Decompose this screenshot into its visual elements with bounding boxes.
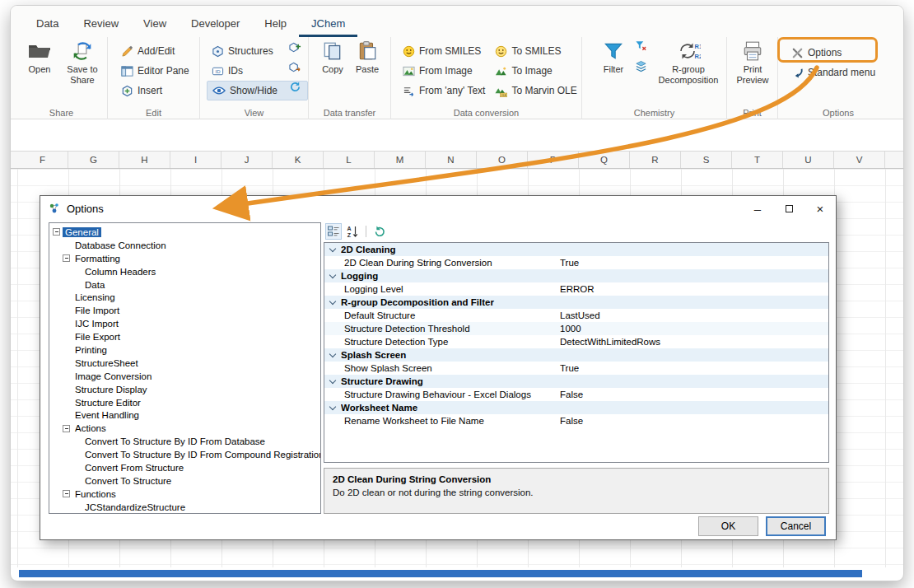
maximize-button[interactable] bbox=[773, 196, 804, 221]
column-header-O[interactable]: O bbox=[477, 152, 528, 168]
column-header-J[interactable]: J bbox=[222, 152, 273, 168]
add-structure-icon[interactable] bbox=[289, 41, 301, 54]
property-value[interactable]: LastUsed bbox=[560, 310, 600, 320]
column-header-F[interactable]: F bbox=[17, 152, 68, 168]
menu-tab-data[interactable]: Data bbox=[24, 10, 71, 37]
column-header-U[interactable]: U bbox=[783, 152, 834, 168]
from-any-text-button[interactable]: From 'any' Text bbox=[398, 81, 490, 100]
reset-button[interactable] bbox=[371, 223, 388, 240]
to-marvin-ole-button[interactable]: OLE To Marvin OLE bbox=[490, 81, 581, 100]
tree-item-convert-to-structure-by-id-from-compound-registration[interactable]: Convert To Structure By ID From Compound… bbox=[49, 448, 320, 461]
options-button[interactable]: Options bbox=[786, 43, 898, 63]
collapse-minus-icon[interactable] bbox=[63, 254, 70, 262]
column-header-P[interactable]: P bbox=[528, 152, 579, 168]
column-header-T[interactable]: T bbox=[732, 152, 783, 168]
property-row-logging-level[interactable]: Logging LevelERROR bbox=[324, 282, 828, 296]
collapse-minus-icon[interactable] bbox=[63, 425, 70, 432]
property-row-2d-clean-during-string-conversion[interactable]: 2D Clean During String ConversionTrue bbox=[324, 256, 828, 269]
column-header-G[interactable]: G bbox=[68, 152, 119, 168]
menu-tab-review[interactable]: Review bbox=[71, 10, 131, 37]
property-row-show-splash-screen[interactable]: Show Splash ScreenTrue bbox=[324, 362, 828, 375]
column-header-V[interactable]: V bbox=[834, 152, 885, 168]
tree-item-printing[interactable]: Printing bbox=[49, 343, 320, 357]
property-category-2d-cleaning[interactable]: 2D Cleaning bbox=[324, 243, 828, 256]
property-value[interactable]: True bbox=[560, 258, 579, 268]
column-header-M[interactable]: M bbox=[375, 152, 426, 168]
tree-item-convert-from-structure[interactable]: Convert From Structure bbox=[49, 461, 320, 474]
property-value[interactable]: True bbox=[560, 363, 579, 373]
close-button[interactable]: × bbox=[804, 196, 836, 221]
tree-item-database-connection[interactable]: Database Connection bbox=[49, 239, 320, 252]
property-category-structure-drawing[interactable]: Structure Drawing bbox=[324, 375, 828, 388]
tree-item-licensing[interactable]: Licensing bbox=[49, 291, 320, 304]
column-header-L[interactable]: L bbox=[324, 152, 375, 168]
copy-button[interactable]: Copy bbox=[317, 37, 348, 105]
minimize-button[interactable]: – bbox=[742, 196, 773, 221]
rgroup-decomposition-button[interactable]: R1 R2 R-group Decomposition bbox=[655, 37, 722, 105]
tree-item-file-export[interactable]: File Export bbox=[49, 330, 320, 343]
insert-button[interactable]: Insert bbox=[116, 81, 199, 100]
from-image-button[interactable]: From Image bbox=[398, 61, 490, 81]
collapse-minus-icon[interactable] bbox=[53, 228, 60, 236]
column-header-I[interactable]: I bbox=[170, 152, 222, 168]
column-header-K[interactable]: K bbox=[273, 152, 324, 168]
tree-item-convert-to-structure[interactable]: Convert To Structure bbox=[49, 474, 320, 488]
filter-button[interactable]: Filter bbox=[595, 37, 632, 105]
convert-structure-icon[interactable] bbox=[289, 61, 301, 73]
standard-menu-button[interactable]: Standard menu bbox=[786, 63, 898, 82]
property-value[interactable]: False bbox=[560, 416, 583, 426]
tree-item-functions[interactable]: Functions bbox=[49, 488, 320, 501]
property-category-worksheet-name[interactable]: Worksheet Name bbox=[324, 401, 828, 414]
save-to-share-button[interactable]: Save to Share bbox=[60, 37, 105, 105]
print-preview-button[interactable]: Print Preview bbox=[733, 37, 772, 105]
property-category-r-group-decomposition-and-filter[interactable]: R-group Decomposition and Filter bbox=[324, 296, 828, 309]
tree-item-formatting[interactable]: Formatting bbox=[49, 252, 320, 265]
open-button[interactable]: Open bbox=[21, 37, 58, 105]
property-category-splash-screen[interactable]: Splash Screen bbox=[324, 348, 828, 362]
column-header-H[interactable]: H bbox=[119, 152, 170, 168]
dialog-title-bar[interactable]: Options – × bbox=[40, 196, 836, 221]
tree-item-file-import[interactable]: File Import bbox=[49, 304, 320, 317]
add-edit-button[interactable]: Add/Edit bbox=[116, 41, 199, 61]
from-smiles-button[interactable]: From SMILES bbox=[398, 41, 490, 61]
property-value[interactable]: DetectWithLimitedRows bbox=[560, 337, 660, 347]
tree-item-structure-display[interactable]: Structure Display bbox=[49, 383, 320, 396]
column-header-N[interactable]: N bbox=[426, 152, 477, 168]
cancel-button[interactable]: Cancel bbox=[766, 516, 826, 536]
to-smiles-button[interactable]: To SMILES bbox=[490, 41, 581, 61]
paste-button[interactable]: Paste bbox=[352, 37, 383, 105]
menu-tab-help[interactable]: Help bbox=[252, 10, 299, 37]
menu-tab-jchem[interactable]: JChem bbox=[299, 10, 357, 37]
tree-item-structure-editor[interactable]: Structure Editor bbox=[49, 396, 320, 409]
clear-filter-icon[interactable] bbox=[635, 40, 647, 52]
tree-item-structuresheet[interactable]: StructureSheet bbox=[49, 357, 320, 370]
tree-item-jcstandardizestructure[interactable]: JCStandardizeStructure bbox=[49, 501, 320, 514]
property-value[interactable]: 1000 bbox=[560, 324, 581, 334]
property-value[interactable]: ERROR bbox=[560, 284, 595, 294]
property-row-structure-drawing-behaviour-excel-dialogs[interactable]: Structure Drawing Behaviour - Excel Dial… bbox=[324, 388, 828, 401]
alphabetical-sort-button[interactable]: A Z bbox=[344, 223, 361, 240]
refresh-icon[interactable] bbox=[289, 81, 301, 93]
menu-tab-view[interactable]: View bbox=[131, 10, 179, 37]
property-row-default-structure[interactable]: Default StructureLastUsed bbox=[324, 309, 828, 322]
collapse-minus-icon[interactable] bbox=[63, 490, 70, 497]
property-row-rename-worksheet-to-file-name[interactable]: Rename Worksheet to File NameFalse bbox=[324, 414, 828, 427]
column-header-R[interactable]: R bbox=[630, 152, 681, 168]
tree-item-column-headers[interactable]: Column Headers bbox=[49, 265, 320, 278]
tree-item-data[interactable]: Data bbox=[49, 278, 320, 292]
tree-item-convert-to-structure-by-id-from-database[interactable]: Convert To Structure By ID From Database bbox=[49, 435, 320, 448]
ok-button[interactable]: OK bbox=[698, 516, 758, 536]
tree-item-ijc-import[interactable]: IJC Import bbox=[49, 317, 320, 330]
column-header-Q[interactable]: Q bbox=[579, 152, 630, 168]
property-category-logging[interactable]: Logging bbox=[324, 269, 828, 282]
property-value[interactable]: False bbox=[560, 390, 583, 399]
editor-pane-button[interactable]: Editor Pane bbox=[116, 61, 199, 81]
column-header-S[interactable]: S bbox=[681, 152, 732, 168]
to-image-button[interactable]: To Image bbox=[490, 61, 581, 81]
tree-item-event-handling[interactable]: Event Handling bbox=[49, 408, 320, 422]
tree-item-image-conversion[interactable]: Image Conversion bbox=[49, 370, 320, 383]
layers-stack-icon[interactable] bbox=[635, 60, 647, 72]
tree-item-actions[interactable]: Actions bbox=[49, 422, 320, 435]
categorized-view-button[interactable] bbox=[325, 223, 342, 240]
property-row-structure-detection-type[interactable]: Structure Detection TypeDetectWithLimite… bbox=[324, 335, 828, 348]
